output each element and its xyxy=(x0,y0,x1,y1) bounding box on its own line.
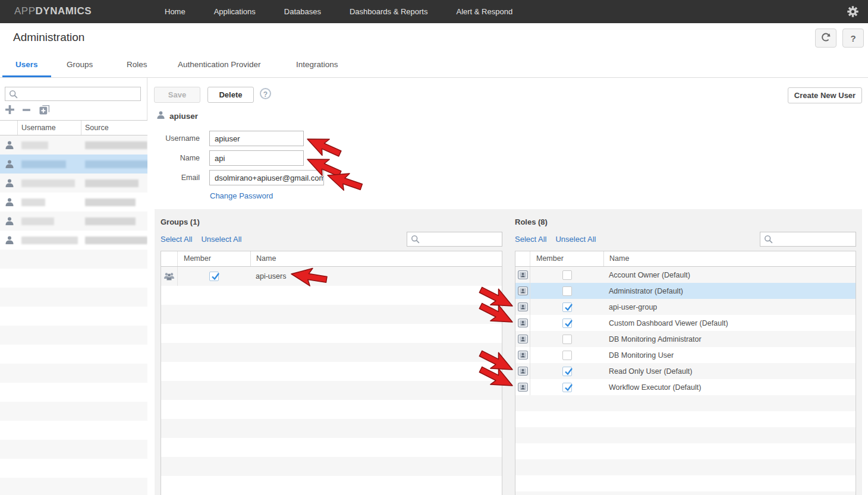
member-column-header[interactable]: Member xyxy=(536,254,564,263)
empty-row xyxy=(161,343,502,362)
member-cell xyxy=(178,267,250,286)
username-column-header[interactable]: Username xyxy=(21,124,56,132)
groups-unselect-all-link[interactable]: Unselect All xyxy=(201,235,241,244)
source-column-header[interactable]: Source xyxy=(85,124,109,132)
role-row[interactable]: DB Monitoring User xyxy=(515,347,856,363)
groups-search[interactable] xyxy=(407,232,502,247)
roles-unselect-all-link[interactable]: Unselect All xyxy=(555,235,596,244)
group-member-checkbox[interactable] xyxy=(209,272,219,281)
role-row[interactable]: api-user-group xyxy=(515,299,856,315)
tab-groups[interactable]: Groups xyxy=(67,60,93,69)
role-member-checkbox[interactable] xyxy=(562,383,572,392)
page-title: Administration xyxy=(13,31,84,44)
roles-search[interactable] xyxy=(760,232,856,247)
nav-item-applications[interactable]: Applications xyxy=(214,7,256,16)
group-icon xyxy=(161,267,178,286)
empty-row xyxy=(161,381,502,400)
remove-user-icon[interactable] xyxy=(22,105,31,114)
user-list-row[interactable] xyxy=(0,193,147,212)
redacted-source xyxy=(85,237,147,244)
roles-search-input[interactable] xyxy=(775,233,853,245)
user-avatar-icon xyxy=(5,140,14,152)
context-help-icon[interactable]: ? xyxy=(260,88,271,99)
roles-select-all-link[interactable]: Select All xyxy=(515,235,546,244)
role-row[interactable]: DB Monitoring Administrator xyxy=(515,331,856,347)
name-column-header[interactable]: Name xyxy=(609,254,629,263)
sidebar-search-input[interactable] xyxy=(20,88,138,100)
user-icon-column xyxy=(0,121,18,135)
role-row[interactable]: Custom Dashboard Viewer (Default) xyxy=(515,315,856,331)
search-icon xyxy=(411,235,420,244)
sidebar-search[interactable] xyxy=(5,87,141,101)
role-row[interactable]: Account Owner (Default) xyxy=(515,267,856,283)
empty-row xyxy=(515,411,856,427)
annotation-arrow-username-field xyxy=(302,130,345,163)
role-member-checkbox[interactable] xyxy=(562,367,572,376)
empty-row xyxy=(0,307,147,326)
nav-item-dashboards-reports[interactable]: Dashboards & Reports xyxy=(350,7,428,16)
nav-item-alert-respond[interactable]: Alert & Respond xyxy=(456,7,512,16)
nav-item-home[interactable]: Home xyxy=(165,7,185,16)
role-member-checkbox[interactable] xyxy=(562,351,572,360)
role-row[interactable]: Administrator (Default) xyxy=(515,283,856,299)
role-badge-icon xyxy=(515,347,530,363)
role-name: Account Owner (Default) xyxy=(603,267,856,283)
role-member-checkbox[interactable] xyxy=(562,335,572,344)
role-row[interactable]: Workflow Executor (Default) xyxy=(515,379,856,395)
groups-select-all-link[interactable]: Select All xyxy=(161,235,192,244)
create-new-user-button[interactable]: Create New User xyxy=(788,87,862,103)
role-row[interactable]: Read Only User (Default) xyxy=(515,363,856,379)
user-list-row[interactable] xyxy=(0,212,147,231)
user-heading-name: apiuser xyxy=(169,112,198,121)
role-member-checkbox[interactable] xyxy=(562,302,572,312)
user-list-row[interactable] xyxy=(0,135,147,155)
appdynamics-logo[interactable]: APPDYNAMICS xyxy=(14,5,92,17)
redacted-source xyxy=(85,160,147,168)
role-table-header: MemberName xyxy=(515,251,856,267)
tab-users[interactable]: Users xyxy=(15,60,38,69)
refresh-button[interactable] xyxy=(815,29,836,48)
role-member-checkbox[interactable] xyxy=(562,286,572,296)
group-name: api-users xyxy=(250,267,502,286)
gear-icon[interactable] xyxy=(847,6,858,17)
empty-row xyxy=(515,395,856,411)
group-row[interactable]: api-users xyxy=(161,267,502,286)
roles-table: MemberNameAccount Owner (Default)Adminis… xyxy=(515,251,856,495)
duplicate-user-icon[interactable] xyxy=(39,105,50,115)
user-avatar-icon xyxy=(5,159,14,171)
role-name: Read Only User (Default) xyxy=(603,363,856,379)
user-list-row[interactable] xyxy=(0,231,147,250)
name-column-header[interactable]: Name xyxy=(256,254,276,263)
groups-panel-title: Groups (1) xyxy=(161,217,200,226)
role-member-checkbox[interactable] xyxy=(562,270,572,280)
member-cell xyxy=(530,299,603,315)
save-button[interactable]: Save xyxy=(154,87,200,103)
tab-authentication-provider[interactable]: Authentication Provider xyxy=(178,60,261,69)
user-list-row[interactable] xyxy=(0,174,147,193)
empty-row xyxy=(161,400,502,419)
change-password-link[interactable]: Change Password xyxy=(210,191,273,200)
tab-roles[interactable]: Roles xyxy=(127,60,147,69)
redacted-username xyxy=(21,237,78,244)
redacted-username xyxy=(21,141,48,149)
user-list xyxy=(0,135,147,495)
role-name: api-user-group xyxy=(603,299,856,315)
member-column-header[interactable]: Member xyxy=(184,254,211,263)
tab-integrations[interactable]: Integrations xyxy=(296,60,338,69)
empty-row xyxy=(515,443,856,459)
nav-item-databases[interactable]: Databases xyxy=(284,7,321,16)
active-tab-indicator xyxy=(2,75,51,77)
refresh-icon xyxy=(820,32,831,45)
email-field[interactable] xyxy=(209,170,324,185)
username-field[interactable] xyxy=(209,131,304,146)
user-avatar-icon xyxy=(5,197,14,209)
name-field[interactable] xyxy=(209,150,304,166)
help-button[interactable]: ? xyxy=(842,29,864,48)
add-user-icon[interactable] xyxy=(5,105,15,115)
role-member-checkbox[interactable] xyxy=(562,319,572,328)
redacted-username xyxy=(21,160,66,168)
groups-search-input[interactable] xyxy=(422,233,499,245)
user-list-row[interactable] xyxy=(0,155,147,174)
delete-button[interactable]: Delete xyxy=(207,87,254,103)
role-badge-icon xyxy=(515,363,530,379)
